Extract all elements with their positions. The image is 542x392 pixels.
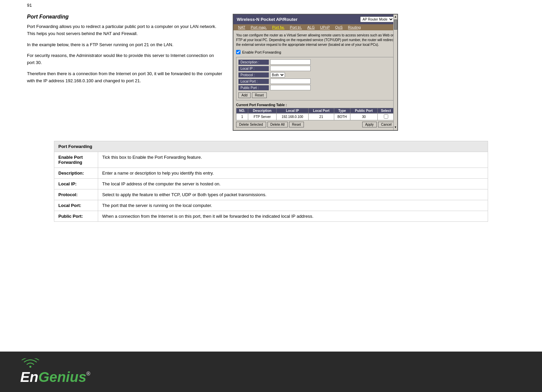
apply-button[interactable]: Apply — [362, 122, 377, 127]
ref-desc-localip: The local IP address of the computer the… — [98, 179, 488, 189]
col-localport: Local Port — [309, 108, 334, 114]
nav-portmap[interactable]: Port map. — [248, 24, 269, 30]
col-publicport: Public Port — [350, 108, 377, 114]
ref-term-protocol: Protocol: — [54, 189, 98, 200]
conclusion-para: Therefore then there is a connection fro… — [27, 70, 223, 85]
protocol-label: Protocol : — [238, 72, 269, 78]
router-header: Wireless-N Pocket AP/Router AP Router Mo… — [233, 14, 397, 24]
engenius-logo: EnGenius® — [20, 358, 90, 385]
localport-input[interactable] — [270, 79, 311, 84]
ref-term-localip: Local IP: — [54, 179, 98, 189]
ref-desc-protocol: Select to apply the feature to either TC… — [98, 189, 488, 200]
localip-row: Local IP : — [238, 66, 392, 71]
router-body: You can configure the router as a Virtua… — [233, 30, 397, 130]
router-nav: NAT Port map. Port fw. Port tri. ALG UPn… — [233, 24, 397, 30]
cancel-button[interactable]: Cancel — [378, 122, 395, 127]
nav-nat[interactable]: NAT — [235, 24, 248, 30]
cell-localport: 21 — [309, 114, 334, 120]
scrollbar[interactable]: ▲ ▼ — [393, 14, 397, 130]
cell-no: 1 — [236, 114, 248, 120]
protocol-select[interactable]: Both TCP UDP — [270, 72, 285, 78]
cell-localip: 192.168.0.100 — [276, 114, 308, 120]
table-actions: Delete Selected Delete All Reset Apply C… — [236, 122, 395, 127]
ref-term-enable: Enable Port Forwarding — [54, 152, 98, 168]
ref-desc-publicport: When a connection from the Internet is o… — [98, 211, 488, 222]
intro-para: Port Forwarding allows you to redirect a… — [27, 23, 223, 37]
scroll-down-arrow[interactable]: ▼ — [394, 125, 398, 129]
nav-portfw[interactable]: Port fw. — [269, 24, 287, 30]
port-forward-form: Description : Local IP : Protocol : Both… — [236, 57, 395, 100]
nav-routing[interactable]: Routing — [345, 24, 364, 30]
cell-type: BOTH — [334, 114, 350, 120]
table-actions-right: Apply Cancel — [362, 122, 395, 127]
localip-input[interactable] — [270, 66, 311, 71]
cell-publicport: 30 — [350, 114, 377, 120]
table-row: 1 FTP Server 192.168.0.100 21 BOTH 30 — [236, 114, 395, 120]
footer: EnGenius® — [0, 352, 542, 392]
svg-point-0 — [29, 366, 31, 368]
nav-porttri[interactable]: Port tri. — [287, 24, 305, 30]
enable-checkbox-row: Enable Port Forwarding — [236, 50, 395, 54]
col-description: Description — [248, 108, 277, 114]
wifi-icon-area — [20, 358, 40, 368]
left-column: Port Forwarding Port Forwarding allows y… — [27, 14, 223, 131]
table-actions-left: Delete Selected Delete All Reset — [236, 122, 304, 127]
col-no: NO. — [236, 108, 248, 114]
nav-alg[interactable]: ALG — [305, 24, 317, 30]
nav-qos[interactable]: QoS — [333, 24, 345, 30]
ref-row-localip: Local IP: The local IP address of the co… — [54, 179, 488, 189]
table-header-row: NO. Description Local IP Local Port Type… — [236, 108, 395, 114]
ref-row-protocol: Protocol: Select to apply the feature to… — [54, 189, 488, 200]
logo-en: En — [20, 369, 38, 385]
ref-term-description: Description: — [54, 168, 98, 179]
ref-term-localport: Local Port: — [54, 200, 98, 211]
ref-row-localport: Local Port: The port that the server is … — [54, 200, 488, 211]
router-mode-area: AP Router Mode — [360, 17, 394, 22]
ref-desc-description: Enter a name or description to help you … — [98, 168, 488, 179]
wifi-icon — [20, 358, 40, 368]
enable-port-forwarding-checkbox[interactable] — [236, 50, 240, 54]
localport-label: Local Port : — [238, 79, 269, 84]
scroll-up-arrow[interactable]: ▲ — [394, 14, 398, 19]
delete-selected-button[interactable]: Delete Selected — [236, 122, 266, 127]
form-buttons: Add Reset — [238, 92, 392, 98]
ref-desc-enable: Tick this box to Enable the Port Forward… — [98, 152, 488, 168]
description-label: Description : — [238, 60, 269, 65]
router-mode-select[interactable]: AP Router Mode — [360, 17, 394, 22]
logo-genius: Genius — [38, 369, 86, 385]
cell-description: FTP Server — [248, 114, 277, 120]
description-row: Description : — [238, 59, 392, 65]
ref-term-publicport: Public Port: — [54, 211, 98, 222]
row-select-checkbox[interactable] — [384, 114, 388, 119]
port-forward-table: NO. Description Local IP Local Port Type… — [236, 108, 395, 120]
table-section: Current Port Forwarding Table : NO. Desc… — [236, 103, 395, 127]
router-info: You can configure the router as a Virtua… — [236, 33, 395, 47]
example-para2: For security reasons, the Administrator … — [27, 52, 223, 66]
col-type: Type — [334, 108, 350, 114]
page-container: 91 Port Forwarding Port Forwarding allow… — [0, 0, 542, 392]
example-para1: In the example below, there is a FTP Ser… — [27, 41, 223, 49]
ref-desc-localport: The port that the server is running on t… — [98, 200, 488, 211]
add-button[interactable]: Add — [238, 92, 251, 98]
scroll-thumb[interactable] — [394, 20, 397, 30]
delete-all-button[interactable]: Delete All — [267, 122, 288, 127]
cell-select[interactable] — [377, 114, 394, 120]
logo-reg: ® — [86, 371, 90, 377]
reset2-button[interactable]: Reset — [289, 122, 304, 127]
router-title: Wireless-N Pocket AP/Router — [237, 17, 297, 22]
protocol-row: Protocol : Both TCP UDP — [238, 72, 392, 78]
localip-label: Local IP : — [238, 66, 269, 71]
reset-button[interactable]: Reset — [252, 92, 267, 98]
nav-upnp[interactable]: UPnP — [317, 24, 333, 30]
col-select: Select — [377, 108, 394, 114]
section-title: Port Forwarding — [27, 14, 223, 20]
router-ui: Wireless-N Pocket AP/Router AP Router Mo… — [233, 14, 398, 131]
description-input[interactable] — [270, 59, 311, 65]
publicport-input[interactable] — [270, 85, 311, 90]
content-area: Port Forwarding Port Forwarding allows y… — [0, 10, 542, 138]
table-title: Current Port Forwarding Table : — [236, 103, 395, 107]
ref-section-header-row: Port Forwarding — [54, 141, 488, 152]
ref-table-wrapper: Port Forwarding Enable Port Forwarding T… — [0, 141, 542, 222]
localport-row: Local Port : — [238, 79, 392, 84]
page-number: 91 — [0, 0, 542, 10]
